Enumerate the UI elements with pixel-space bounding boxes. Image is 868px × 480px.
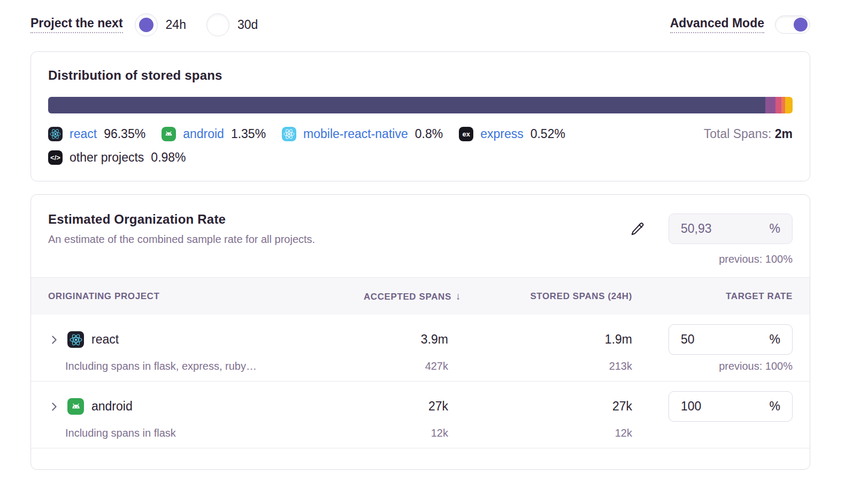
org-rate-card: Estimated Organization Rate An estimate … bbox=[30, 194, 810, 470]
bar-segment-react[interactable] bbox=[48, 97, 765, 113]
distribution-title: Distribution of stored spans bbox=[48, 68, 793, 83]
react-rate-input-box: % bbox=[669, 324, 793, 355]
legend-item-react: react 96.35% bbox=[48, 127, 145, 141]
total-spans: Total Spans: 2m bbox=[704, 127, 793, 141]
legend-mobile-react-native-pct: 0.8% bbox=[415, 127, 443, 141]
android-accepted-spans: 27k bbox=[317, 391, 461, 422]
express-project-icon: ex bbox=[459, 127, 473, 141]
bar-segment-express[interactable] bbox=[781, 97, 785, 113]
code-glyph: </> bbox=[50, 154, 60, 162]
bar-segment-mobile-react-native[interactable] bbox=[775, 97, 781, 113]
sampling-settings-page: Project the next 24h 30d Advanced Mode D… bbox=[30, 12, 810, 470]
toggle-knob bbox=[794, 18, 808, 32]
org-rate-description: An estimate of the combined sample rate … bbox=[48, 233, 631, 246]
table-header-row: ORIGINATING PROJECT ACCEPTED SPANS↓ STOR… bbox=[31, 277, 810, 315]
org-rate-previous: previous: 100% bbox=[31, 246, 810, 277]
distribution-legend-row-2: </> other projects 0.98% bbox=[48, 150, 793, 165]
column-stored-spans[interactable]: STORED SPANS (24H) bbox=[461, 291, 632, 302]
radio-30d-circle[interactable] bbox=[206, 13, 229, 36]
react-rate-previous: previous: 100% bbox=[632, 360, 793, 372]
legend-item-express: ex express 0.52% bbox=[459, 127, 565, 141]
distribution-card: Distribution of stored spans react 96.35… bbox=[30, 51, 810, 181]
legend-express-link[interactable]: express bbox=[480, 127, 524, 141]
android-project-icon bbox=[162, 127, 176, 141]
react-accepted-sub: 427k bbox=[317, 360, 461, 372]
android-project-cell: android bbox=[48, 391, 317, 422]
org-rate-text-block: Estimated Organization Rate An estimate … bbox=[48, 212, 631, 246]
radio-option-30d[interactable]: 30d bbox=[206, 13, 258, 36]
pencil-icon bbox=[631, 222, 645, 236]
advanced-mode-toggle[interactable] bbox=[775, 16, 810, 34]
column-accepted-spans[interactable]: ACCEPTED SPANS↓ bbox=[317, 291, 461, 302]
other-projects-icon: </> bbox=[48, 150, 63, 165]
react-stored-sub: 213k bbox=[461, 360, 632, 372]
org-rate-header: Estimated Organization Rate An estimate … bbox=[31, 212, 810, 246]
android-rate-unit: % bbox=[770, 399, 780, 414]
legend-other-projects-pct: 0.98% bbox=[151, 150, 186, 165]
android-project-name: android bbox=[91, 399, 133, 414]
radio-24h-circle[interactable] bbox=[135, 13, 158, 36]
next-row-cutoff bbox=[31, 448, 810, 469]
legend-android-link[interactable]: android bbox=[183, 127, 224, 141]
android-accepted-sub: 12k bbox=[317, 427, 461, 439]
bar-segment-other-projects[interactable] bbox=[785, 97, 793, 113]
table-row-react: react 3.9m 1.9m % Including spans in fla… bbox=[31, 315, 810, 381]
android-rate-input-box: % bbox=[669, 391, 793, 422]
android-target-rate-cell: % bbox=[632, 391, 793, 422]
react-project-name: react bbox=[91, 332, 119, 347]
advanced-mode-label: Advanced Mode bbox=[670, 16, 764, 33]
advanced-mode-control: Advanced Mode bbox=[670, 16, 810, 34]
legend-other-projects-label: other projects bbox=[70, 150, 144, 165]
android-stored-sub: 12k bbox=[461, 427, 632, 439]
sort-desc-icon: ↓ bbox=[456, 291, 461, 302]
legend-item-other-projects: </> other projects 0.98% bbox=[48, 150, 186, 165]
express-glyph: ex bbox=[462, 130, 470, 138]
distribution-legend-row-1: react 96.35% android 1.35% mobile-react-… bbox=[48, 127, 793, 141]
react-project-icon bbox=[67, 331, 84, 348]
org-rate-unit: % bbox=[770, 222, 780, 236]
expand-react-chevron-icon[interactable] bbox=[48, 334, 60, 346]
legend-react-pct: 96.35% bbox=[104, 127, 145, 141]
legend-react-link[interactable]: react bbox=[70, 127, 97, 141]
legend-item-mobile-react-native: mobile-react-native 0.8% bbox=[282, 127, 443, 141]
legend-express-pct: 0.52% bbox=[531, 127, 565, 141]
radio-option-24h[interactable]: 24h bbox=[135, 13, 186, 36]
stored-spans-stacked-bar bbox=[48, 97, 793, 113]
radio-24h-selected-dot bbox=[139, 18, 153, 32]
table-row-android: android 27k 27k % Including spans in fla… bbox=[31, 381, 810, 448]
android-project-icon bbox=[67, 398, 84, 415]
react-target-rate-cell: % bbox=[632, 324, 793, 355]
total-spans-label: Total Spans: bbox=[704, 127, 772, 141]
org-rate-controls: % bbox=[631, 212, 793, 246]
react-subtext: Including spans in flask, express, ruby… bbox=[48, 360, 317, 372]
column-originating-project: ORIGINATING PROJECT bbox=[48, 291, 317, 302]
react-native-project-icon bbox=[282, 127, 296, 141]
react-stored-spans: 1.9m bbox=[461, 324, 632, 355]
legend-mobile-react-native-link[interactable]: mobile-react-native bbox=[303, 127, 408, 141]
org-rate-title: Estimated Organization Rate bbox=[48, 212, 631, 227]
org-rate-input-box: % bbox=[669, 214, 793, 244]
react-project-cell: react bbox=[48, 324, 317, 355]
expand-android-chevron-icon[interactable] bbox=[48, 401, 60, 413]
total-spans-value: 2m bbox=[775, 127, 793, 141]
org-rate-input bbox=[681, 222, 770, 236]
android-rate-input[interactable] bbox=[681, 399, 770, 414]
android-stored-spans: 27k bbox=[461, 391, 632, 422]
project-next-label: Project the next bbox=[30, 16, 123, 33]
react-rate-input[interactable] bbox=[681, 332, 770, 347]
radio-24h-label[interactable]: 24h bbox=[166, 18, 186, 32]
react-project-icon bbox=[48, 127, 63, 141]
android-subtext: Including spans in flask bbox=[48, 427, 317, 439]
radio-30d-label[interactable]: 30d bbox=[237, 18, 258, 32]
legend-android-pct: 1.35% bbox=[231, 127, 266, 141]
edit-rate-button[interactable] bbox=[631, 222, 645, 236]
react-rate-unit: % bbox=[770, 332, 780, 347]
bar-segment-android[interactable] bbox=[765, 97, 775, 113]
time-range-radio-group: 24h 30d bbox=[135, 13, 258, 36]
legend-item-android: android 1.35% bbox=[162, 127, 266, 141]
top-controls-bar: Project the next 24h 30d Advanced Mode bbox=[30, 12, 810, 37]
column-target-rate: TARGET RATE bbox=[632, 291, 793, 302]
react-accepted-spans: 3.9m bbox=[317, 324, 461, 355]
